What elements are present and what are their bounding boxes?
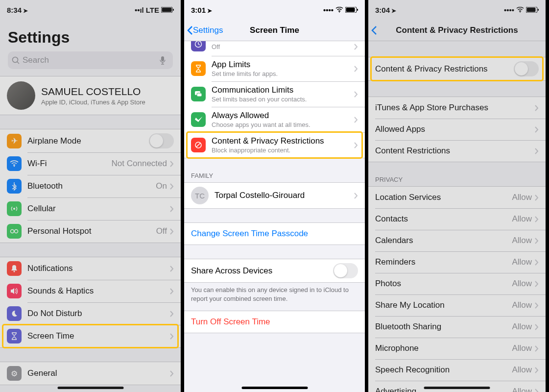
chevron-right-icon: [535, 389, 539, 392]
chevron-right-icon: [354, 91, 358, 98]
chevron-right-icon: [170, 370, 174, 377]
privacy-value: Allow: [512, 322, 532, 332]
privacy-value: Allow: [512, 214, 532, 224]
row-cellular[interactable]: Cellular: [0, 197, 181, 220]
cellular-icon: [7, 201, 22, 216]
home-indicator[interactable]: [57, 387, 123, 389]
group-family: TC Torpal Costello-Girouard: [184, 182, 365, 209]
row-screen-time[interactable]: Screen Time: [0, 325, 181, 347]
search-icon: [12, 56, 20, 64]
status-time: 8:34 ➤: [7, 6, 28, 14]
row-family-member[interactable]: TC Torpal Costello-Girouard: [184, 183, 365, 208]
group-share: Share Across Devices: [184, 259, 365, 283]
row-privacy-item[interactable]: Speech RecognitionAllow: [368, 359, 546, 381]
profile-row[interactable]: SAMUEL COSTELLO Apple ID, iCloud, iTunes…: [0, 76, 181, 115]
group-privacy: Location ServicesAllowContactsAllowCalen…: [368, 186, 546, 392]
back-button[interactable]: [371, 25, 377, 35]
row-notifications[interactable]: Notifications: [0, 257, 181, 280]
row-general[interactable]: ⚙ General: [0, 362, 181, 385]
row-privacy-item[interactable]: Share My LocationAllow: [368, 294, 546, 316]
signal-icon: ••••: [323, 6, 334, 14]
mic-icon[interactable]: [159, 56, 166, 65]
group-connectivity: ✈ Airplane Mode Wi-Fi Not Connected Blue…: [0, 129, 181, 243]
group-main-toggle: Content & Privacy Restrictions: [368, 57, 546, 81]
signal-icon: ••••: [504, 6, 514, 14]
row-dnd[interactable]: Do Not Disturb: [0, 302, 181, 325]
row-privacy-item[interactable]: Location ServicesAllow: [368, 187, 546, 208]
change-passcode-button[interactable]: Change Screen Time Passcode: [184, 223, 365, 245]
chevron-right-icon: [535, 126, 539, 133]
chevron-right-icon: [170, 288, 174, 294]
search-input[interactable]: Search: [8, 51, 173, 69]
row-privacy-item[interactable]: PhotosAllow: [368, 273, 546, 294]
privacy-value: Allow: [512, 365, 532, 375]
home-indicator[interactable]: [424, 387, 490, 389]
nav-title: Screen Time: [250, 25, 299, 35]
row-wifi[interactable]: Wi-Fi Not Connected: [0, 152, 181, 175]
share-toggle[interactable]: [333, 263, 358, 278]
row-privacy-item[interactable]: CalendarsAllow: [368, 230, 546, 251]
row-hotspot[interactable]: Personal Hotspot Off: [0, 220, 181, 243]
row-share-devices[interactable]: Share Across Devices: [184, 259, 365, 282]
row-content-restrictions[interactable]: Content Restrictions: [368, 140, 546, 162]
row-privacy-item[interactable]: Bluetooth SharingAllow: [368, 316, 546, 338]
phone-screen-time: 3:01 ➤ •••• Settings Screen Time Off App…: [181, 0, 365, 392]
home-indicator[interactable]: [241, 387, 308, 389]
svg-rect-22: [527, 8, 536, 12]
chevron-right-icon: [535, 281, 539, 287]
airplane-toggle[interactable]: [149, 133, 174, 148]
row-downtime[interactable]: Off: [184, 41, 365, 56]
chevron-right-icon: [354, 66, 358, 72]
chevron-right-icon: [535, 367, 539, 373]
row-content-privacy[interactable]: Content & Privacy RestrictionsBlock inap…: [184, 132, 365, 158]
family-header: FAMILY: [184, 172, 365, 182]
svg-point-3: [13, 57, 18, 63]
group-general: ⚙ General: [0, 362, 181, 385]
nav-title: Content & Privacy Restrictions: [396, 25, 518, 35]
status-bar: 8:34 ➤ ••ıl LTE: [0, 0, 181, 20]
chat-icon: [191, 87, 206, 101]
chevron-right-icon: [535, 195, 539, 201]
privacy-value: Allow: [512, 387, 532, 392]
hotspot-icon: [7, 224, 22, 239]
svg-rect-14: [357, 9, 358, 11]
status-bar: 3:01 ➤ ••••: [184, 0, 365, 20]
row-privacy-item[interactable]: RemindersAllow: [368, 251, 546, 273]
row-allowed-apps[interactable]: Allowed Apps: [368, 119, 546, 140]
svg-line-4: [17, 62, 19, 64]
back-button[interactable]: Settings: [187, 25, 223, 35]
chevron-right-icon: [354, 117, 358, 123]
svg-point-11: [339, 12, 340, 13]
row-cp-toggle[interactable]: Content & Privacy Restrictions: [368, 57, 546, 80]
svg-rect-2: [173, 9, 174, 11]
row-itunes[interactable]: iTunes & App Store Purchases: [368, 97, 546, 119]
bluetooth-icon: [7, 179, 22, 194]
status-bar: 3:04 ➤ ••••: [368, 0, 546, 20]
wifi-icon: [335, 7, 343, 13]
location-icon: ➤: [22, 7, 28, 14]
nav-header: Content & Privacy Restrictions: [368, 20, 546, 41]
row-always-allowed[interactable]: Always AllowedChoose apps you want at al…: [184, 107, 365, 132]
row-comm-limits[interactable]: Communication LimitsSet limits based on …: [184, 81, 365, 107]
chevron-right-icon: [535, 216, 539, 222]
battery-icon: [345, 7, 358, 13]
row-sounds[interactable]: Sounds & Haptics: [0, 280, 181, 302]
row-privacy-item[interactable]: ContactsAllow: [368, 208, 546, 230]
block-icon: [191, 138, 206, 152]
privacy-header: PRIVACY: [368, 176, 546, 186]
svg-point-8: [11, 230, 14, 233]
status-right: ••••: [504, 6, 539, 14]
row-privacy-item[interactable]: MicrophoneAllow: [368, 338, 546, 359]
battery-icon: [161, 6, 174, 14]
hourglass-icon: [191, 61, 206, 76]
chevron-right-icon: [535, 259, 539, 266]
row-bluetooth[interactable]: Bluetooth On: [0, 175, 181, 197]
chevron-left-icon: [187, 25, 193, 35]
page-title: Settings: [0, 20, 181, 51]
row-airplane-mode[interactable]: ✈ Airplane Mode: [0, 129, 181, 152]
group-alerts: Notifications Sounds & Haptics Do Not Di…: [0, 257, 181, 348]
family-avatar: TC: [191, 187, 209, 204]
turn-off-button[interactable]: Turn Off Screen Time: [184, 311, 365, 333]
cp-toggle[interactable]: [514, 61, 539, 76]
row-app-limits[interactable]: App LimitsSet time limits for apps.: [184, 56, 365, 81]
